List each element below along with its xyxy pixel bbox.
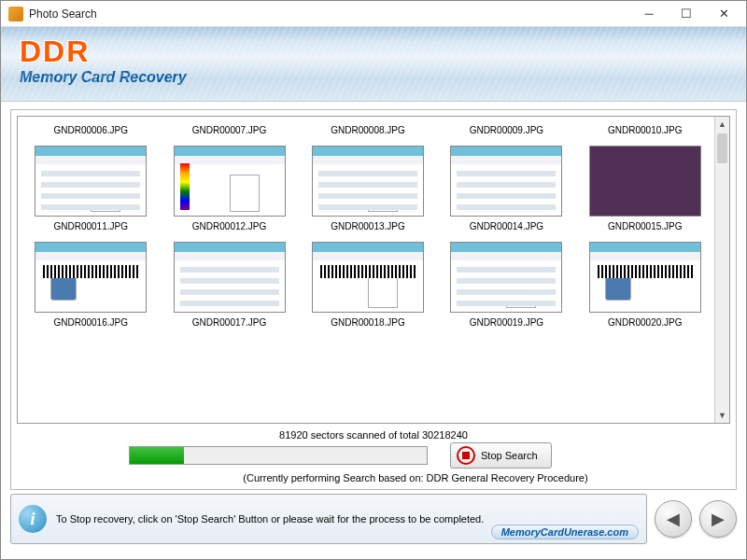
app-icon	[8, 7, 23, 21]
main-panel: GNDR00006.JPGGNDR00007.JPGGNDR00008.JPGG…	[10, 109, 737, 490]
thumbnail-image	[35, 242, 147, 313]
hint-box: i To Stop recovery, click on 'Stop Searc…	[10, 494, 647, 544]
thumbnail-image	[589, 146, 701, 217]
minimize-button[interactable]: ─	[630, 2, 668, 26]
banner: DDR Memory Card Recovery	[1, 27, 746, 102]
titlebar: Photo Search ─ ☐ ✕	[1, 1, 746, 27]
banner-subtitle: Memory Card Recovery	[20, 69, 727, 86]
thumbnail-label: GNDR00011.JPG	[23, 218, 158, 234]
thumbnail-label: GNDR00020.JPG	[578, 315, 712, 330]
thumbnail-label: GNDR00014.JPG	[439, 218, 573, 234]
thumbnail-label: GNDR00016.JPG	[23, 315, 158, 330]
maximize-button[interactable]: ☐	[668, 2, 705, 26]
thumbnail-item[interactable]: GNDR00009.JPG	[439, 122, 573, 138]
thumbnail-item[interactable]: GNDR00018.JPG	[301, 236, 435, 330]
thumbnail-item[interactable]: GNDR00020.JPG	[578, 236, 712, 330]
thumbnail-label: GNDR00019.JPG	[439, 315, 573, 330]
thumbnail-item[interactable]: GNDR00019.JPG	[439, 236, 573, 330]
thumbnail-image	[174, 146, 286, 217]
thumbnail-image	[174, 242, 286, 313]
thumbnail-item[interactable]: GNDR00014.JPG	[439, 140, 573, 234]
thumbnail-image	[450, 242, 562, 313]
stop-search-button[interactable]: Stop Search	[450, 442, 552, 469]
ddr-logo: DDR	[20, 35, 727, 69]
prev-button[interactable]: ◀	[655, 500, 692, 538]
thumbnail-label: GNDR00017.JPG	[162, 315, 296, 330]
thumbnail-item[interactable]: GNDR00006.JPG	[23, 122, 158, 138]
thumbnail-label: GNDR00008.JPG	[301, 122, 435, 138]
thumbnail-label: GNDR00015.JPG	[578, 218, 712, 234]
thumbnail-label: GNDR00018.JPG	[301, 315, 435, 330]
thumbnail-item[interactable]: GNDR00013.JPG	[301, 140, 435, 234]
thumbnail-item[interactable]: GNDR00012.JPG	[162, 140, 296, 234]
progress-fill	[130, 447, 184, 464]
scroll-up-icon[interactable]: ▲	[715, 117, 729, 132]
thumbnail-item[interactable]: GNDR00011.JPG	[23, 140, 158, 234]
thumbnail-label: GNDR00007.JPG	[162, 122, 296, 138]
info-icon: i	[19, 505, 47, 533]
scroll-thumb[interactable]	[717, 133, 727, 163]
stop-icon	[457, 446, 475, 465]
thumbnail-label: GNDR00010.JPG	[578, 122, 712, 138]
thumbnail-image	[312, 146, 424, 217]
thumbnail-item[interactable]: GNDR00017.JPG	[162, 236, 296, 330]
thumbnail-image	[35, 146, 147, 217]
procedure-text: (Currently performing Search based on: D…	[54, 472, 693, 483]
thumbnail-image	[312, 242, 424, 313]
stop-button-label: Stop Search	[481, 450, 538, 461]
thumbnail-image	[589, 242, 701, 313]
next-button[interactable]: ▶	[699, 500, 737, 538]
window-title: Photo Search	[29, 7, 630, 21]
progress-bar	[129, 446, 428, 465]
url-badge[interactable]: MemoryCardUnerase.com	[491, 525, 639, 539]
thumbnail-area: GNDR00006.JPGGNDR00007.JPGGNDR00008.JPGG…	[17, 116, 730, 424]
thumbnail-label: GNDR00012.JPG	[162, 218, 296, 234]
scroll-down-icon[interactable]: ▼	[715, 408, 729, 423]
thumbnail-item[interactable]: GNDR00015.JPG	[578, 140, 712, 234]
progress-status-text: 81920 sectors scanned of total 30218240	[54, 429, 693, 441]
footer: i To Stop recovery, click on 'Stop Searc…	[10, 494, 737, 544]
thumbnail-label: GNDR00013.JPG	[301, 218, 435, 234]
close-button[interactable]: ✕	[705, 2, 742, 26]
thumbnail-item[interactable]: GNDR00016.JPG	[23, 236, 158, 330]
hint-text: To Stop recovery, click on 'Stop Search'…	[56, 513, 484, 525]
thumbnail-item[interactable]: GNDR00008.JPG	[301, 122, 435, 138]
thumbnail-grid: GNDR00006.JPGGNDR00007.JPGGNDR00008.JPGG…	[18, 117, 729, 336]
thumbnail-label: GNDR00009.JPG	[439, 122, 573, 138]
scrollbar[interactable]: ▲ ▼	[714, 117, 729, 423]
thumbnail-item[interactable]: GNDR00007.JPG	[162, 122, 296, 138]
thumbnail-item[interactable]: GNDR00010.JPG	[578, 122, 712, 138]
thumbnail-label: GNDR00006.JPG	[23, 122, 158, 138]
thumbnail-image	[450, 146, 562, 217]
progress-row: 81920 sectors scanned of total 30218240 …	[54, 429, 693, 483]
